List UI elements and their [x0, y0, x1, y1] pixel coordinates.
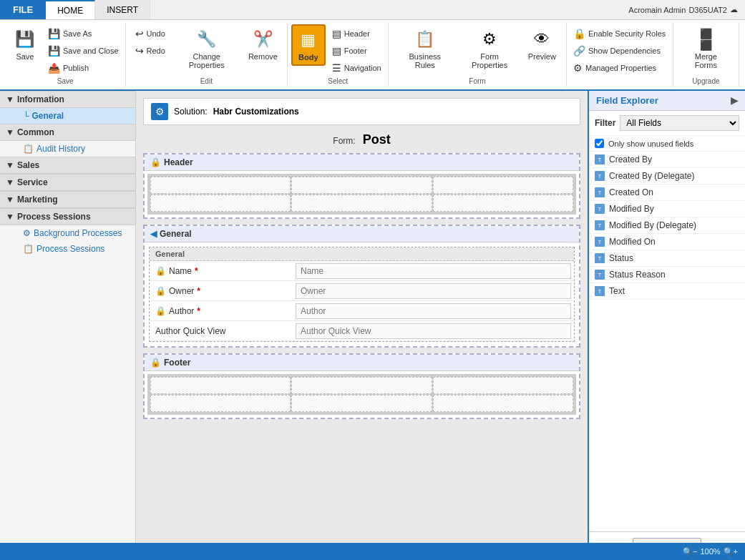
field-list-item-created-by[interactable]: T Created By: [589, 152, 745, 168]
header-cell-6: [433, 195, 573, 212]
solution-icon: ⚙: [151, 103, 168, 120]
footer-grid: [147, 374, 576, 415]
undo-icon: ↩: [135, 28, 144, 39]
nav-item-audit-history[interactable]: 📋 Audit History: [0, 141, 135, 157]
name-lock-icon: 🔒: [155, 266, 166, 276]
field-list-item-text[interactable]: T Text: [589, 283, 745, 300]
audit-label: Audit History: [36, 144, 85, 154]
nav-section-process-sessions[interactable]: ▼ Process Sessions: [0, 208, 135, 225]
change-properties-button[interactable]: 🔧 Change Properties: [172, 24, 242, 73]
save-button[interactable]: 💾 Save: [9, 24, 42, 64]
footer-label: Footer: [344, 46, 367, 55]
dependencies-icon: 🔗: [573, 45, 585, 57]
field-list-item-status[interactable]: T Status: [589, 250, 745, 267]
panel-expand-icon[interactable]: ▶: [731, 95, 738, 106]
information-arrow: ▼: [6, 94, 14, 104]
nav-section-marketing[interactable]: ▼ Marketing: [0, 191, 135, 208]
publish-icon: 📤: [48, 62, 60, 74]
ribbon-group-security: 🔒 Enable Security Roles 🔗 Show Dependenc…: [567, 23, 673, 87]
show-dependencies-button[interactable]: 🔗 Show Dependencies: [570, 43, 669, 59]
header-section-header: 🔒 Header: [145, 154, 579, 171]
user-info: Acromain Admin D365UAT2 ☁: [628, 0, 745, 19]
upgrade-group-label: Upgrade: [692, 76, 719, 87]
footer-button[interactable]: ▤ Footer: [328, 43, 385, 59]
field-row-author: 🔒 Author *: [150, 301, 574, 321]
audit-icon: 📋: [23, 144, 34, 154]
field-label-text: Text: [609, 286, 625, 296]
nav-item-general[interactable]: └ General: [0, 108, 135, 124]
save-as-label: Save As: [63, 29, 92, 38]
undo-label: Undo: [147, 29, 165, 38]
process-arrow: ▼: [6, 212, 14, 222]
author-quick-view-input[interactable]: [296, 323, 571, 339]
service-arrow: ▼: [6, 177, 14, 187]
tab-insert[interactable]: INSERT: [95, 0, 150, 19]
header-button[interactable]: ▤ Header: [328, 26, 385, 41]
merge-forms-button[interactable]: ⬛⬛ Merge Forms: [679, 24, 733, 73]
field-list-item-created-on[interactable]: T Created On: [589, 185, 745, 201]
nav-item-process-sessions[interactable]: 📋 Process Sessions: [0, 241, 135, 257]
filter-select[interactable]: All Fields Unused Fields Required Fields: [620, 115, 739, 131]
field-list-item-modified-by[interactable]: T Modified By: [589, 201, 745, 217]
show-unused-checkbox[interactable]: [595, 139, 604, 148]
author-lock-icon: 🔒: [155, 306, 166, 316]
field-list-item-modified-on[interactable]: T Modified On: [589, 234, 745, 250]
change-props-label: Change Properties: [177, 52, 237, 69]
owner-input[interactable]: [296, 283, 571, 299]
author-required: *: [197, 306, 200, 316]
nav-section-information[interactable]: ▼ Information: [0, 91, 135, 108]
form-properties-button[interactable]: ⚙ Form Properties: [458, 24, 521, 73]
owner-field-label: 🔒 Owner *: [150, 283, 293, 299]
name-input[interactable]: [296, 263, 571, 279]
tab-file[interactable]: FILE: [0, 0, 46, 19]
preview-button[interactable]: 👁 Preview: [524, 24, 560, 64]
select-group-label: Select: [328, 76, 348, 87]
tab-row: FILE HOME INSERT Acromain Admin D365UAT2…: [0, 0, 745, 20]
merge-forms-icon: ⬛⬛: [694, 28, 717, 51]
footer-icon: ▤: [332, 45, 341, 57]
field-label-modified-on: Modified On: [609, 237, 656, 247]
undo-redo-col: ↩ Undo ↪ Redo: [132, 24, 169, 59]
save-and-close-button[interactable]: 💾 Save and Close: [44, 43, 122, 59]
save-as-button[interactable]: 💾 Save As: [44, 26, 122, 41]
header-cell-1: [150, 177, 291, 194]
nav-section-sales[interactable]: ▼ Sales: [0, 157, 135, 174]
user-instance: D365UAT2: [688, 6, 727, 14]
field-list-item-modified-by-delegate[interactable]: T Modified By (Delegate): [589, 217, 745, 234]
publish-button[interactable]: 📤 Publish: [44, 60, 122, 76]
security-roles-label: Enable Security Roles: [588, 29, 666, 38]
body-button[interactable]: ▦ Body: [291, 24, 326, 66]
save-small-buttons: 💾 Save As 💾 Save and Close 📤 Publish: [44, 24, 122, 76]
footer-cell-6: [433, 395, 573, 412]
form-props-label: Form Properties: [463, 52, 516, 69]
field-list: T Created By T Created By (Delegate) T C…: [589, 152, 745, 531]
field-label-status-reason: Status Reason: [609, 270, 666, 280]
save-group-label: Save: [57, 76, 74, 87]
redo-button[interactable]: ↪ Redo: [132, 43, 169, 59]
ribbon-group-security-content: 🔒 Enable Security Roles 🔗 Show Dependenc…: [570, 24, 669, 84]
tab-home[interactable]: HOME: [46, 0, 95, 19]
navigation-button[interactable]: ☰ Navigation: [328, 60, 385, 76]
nav-item-background-processes[interactable]: ⚙ Background Processes: [0, 225, 135, 241]
nav-section-service[interactable]: ▼ Service: [0, 174, 135, 191]
managed-properties-button[interactable]: ⚙ Managed Properties: [570, 60, 669, 76]
author-input[interactable]: [296, 303, 571, 319]
nav-section-common[interactable]: ▼ Common: [0, 124, 135, 141]
enable-security-roles-button[interactable]: 🔒 Enable Security Roles: [570, 26, 669, 41]
header-cell-2: [291, 177, 432, 194]
business-rules-button[interactable]: 📋 Business Rules: [394, 24, 455, 73]
field-list-item-created-by-delegate[interactable]: T Created By (Delegate): [589, 168, 745, 185]
field-type-icon-modified-by-delegate: T: [595, 220, 605, 230]
ribbon-group-form-content: 📋 Business Rules ⚙ Form Properties 👁 Pre…: [394, 24, 560, 76]
information-label: Information: [17, 94, 64, 104]
field-list-item-status-reason[interactable]: T Status Reason: [589, 267, 745, 283]
zoom-out-icon[interactable]: 🔍−: [683, 547, 697, 556]
header-section-label: Header: [164, 157, 193, 167]
business-rules-icon: 📋: [414, 28, 437, 51]
undo-button[interactable]: ↩ Undo: [132, 26, 169, 41]
field-row-name: 🔒 Name *: [150, 261, 574, 281]
field-row-author-quick-view: Author Quick View: [150, 321, 574, 341]
zoom-in-icon[interactable]: 🔍+: [724, 547, 738, 556]
header-cell-5: [291, 195, 432, 212]
remove-button[interactable]: ✂️ Remove: [245, 24, 281, 64]
